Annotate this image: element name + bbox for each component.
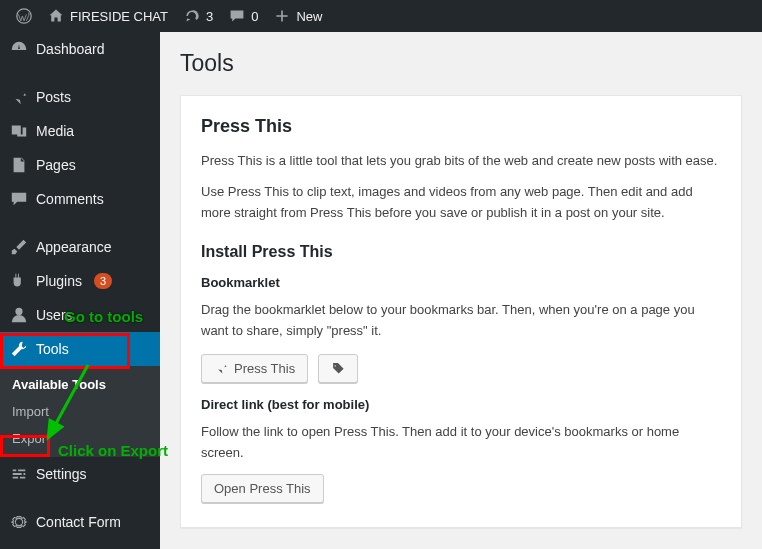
annotation-text-tools: Go to tools	[64, 308, 143, 325]
main-content: Tools Press This Press This is a little …	[160, 32, 762, 549]
button-label: Open Press This	[214, 481, 311, 496]
page-icon	[10, 156, 28, 174]
page-title: Tools	[180, 50, 742, 77]
sliders-icon	[10, 465, 28, 483]
sidebar-label: Settings	[36, 466, 87, 482]
bookmarklet-label: Bookmarklet	[201, 275, 721, 290]
wrench-icon	[10, 340, 28, 358]
pin-icon	[10, 88, 28, 106]
sidebar-item-comments[interactable]: Comments	[0, 182, 160, 216]
sidebar-label: Comments	[36, 191, 104, 207]
submenu-available-tools[interactable]: Available Tools	[0, 371, 160, 398]
refresh-icon	[184, 8, 200, 24]
sidebar-label: Pages	[36, 157, 76, 173]
sidebar-item-tools[interactable]: Tools	[0, 332, 160, 366]
sidebar-label: Dashboard	[36, 41, 105, 57]
plugins-badge: 3	[94, 273, 112, 289]
tag-icon	[331, 361, 345, 375]
sidebar-item-plugins[interactable]: Plugins 3	[0, 264, 160, 298]
current-pointer-icon	[160, 341, 168, 357]
press-this-heading: Press This	[201, 116, 721, 137]
sidebar-item-dashboard[interactable]: Dashboard	[0, 32, 160, 66]
comments-link[interactable]: 0	[221, 0, 266, 32]
new-label: New	[296, 9, 322, 24]
button-label: Press This	[234, 361, 295, 376]
press-this-desc-1: Press This is a little tool that lets yo…	[201, 151, 721, 172]
dashboard-icon	[10, 40, 28, 58]
media-icon	[10, 122, 28, 140]
new-content-link[interactable]: New	[266, 0, 330, 32]
sidebar-item-pages[interactable]: Pages	[0, 148, 160, 182]
sidebar-item-appearance[interactable]: Appearance	[0, 230, 160, 264]
home-icon	[48, 8, 64, 24]
open-press-this-button[interactable]: Open Press This	[201, 474, 324, 503]
site-title: FIRESIDE CHAT	[70, 9, 168, 24]
plugin-icon	[10, 272, 28, 290]
annotation-text-export: Click on Export	[58, 442, 168, 459]
sidebar-item-posts[interactable]: Posts	[0, 80, 160, 114]
comment-icon	[10, 190, 28, 208]
sidebar-item-contact-form[interactable]: Contact Form	[0, 505, 160, 539]
press-this-bookmarklet[interactable]: Press This	[201, 354, 308, 383]
admin-sidebar: Dashboard Posts Media Pages Comments App…	[0, 32, 160, 549]
sidebar-label: Appearance	[36, 239, 112, 255]
tools-card: Press This Press This is a little tool t…	[180, 95, 742, 528]
wordpress-icon	[16, 8, 32, 24]
sidebar-item-settings[interactable]: Settings	[0, 457, 160, 491]
comments-count: 0	[251, 9, 258, 24]
install-heading: Install Press This	[201, 243, 721, 261]
direct-link-desc: Follow the link to open Press This. Then…	[201, 422, 721, 464]
svg-point-1	[15, 308, 22, 315]
plus-icon	[274, 8, 290, 24]
user-icon	[10, 306, 28, 324]
gear-icon	[10, 513, 28, 531]
press-this-desc-2: Use Press This to clip text, images and …	[201, 182, 721, 224]
updates-link[interactable]: 3	[176, 0, 221, 32]
sidebar-label: Media	[36, 123, 74, 139]
sidebar-label: Plugins	[36, 273, 82, 289]
press-this-tag-button[interactable]	[318, 354, 358, 383]
pressthis-icon	[214, 361, 228, 375]
direct-link-label: Direct link (best for mobile)	[201, 397, 721, 412]
sidebar-label: Posts	[36, 89, 71, 105]
bookmarklet-desc: Drag the bookmarklet below to your bookm…	[201, 300, 721, 342]
comment-icon	[229, 8, 245, 24]
site-name-link[interactable]: FIRESIDE CHAT	[40, 0, 176, 32]
brush-icon	[10, 238, 28, 256]
sidebar-label: Tools	[36, 341, 69, 357]
wp-logo[interactable]	[8, 0, 40, 32]
submenu-import[interactable]: Import	[0, 398, 160, 425]
admin-bar: FIRESIDE CHAT 3 0 New	[0, 0, 762, 32]
sidebar-item-media[interactable]: Media	[0, 114, 160, 148]
updates-count: 3	[206, 9, 213, 24]
sidebar-label: Contact Form	[36, 514, 121, 530]
